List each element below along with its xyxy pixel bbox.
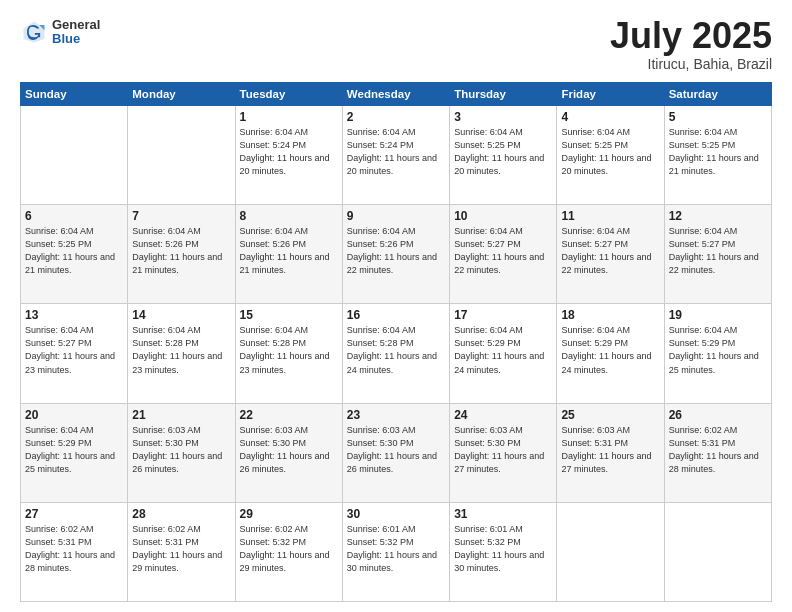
calendar-cell bbox=[664, 502, 771, 601]
day-info: Sunrise: 6:04 AM Sunset: 5:28 PM Dayligh… bbox=[347, 324, 445, 376]
day-number: 7 bbox=[132, 209, 230, 223]
day-info: Sunrise: 6:02 AM Sunset: 5:31 PM Dayligh… bbox=[25, 523, 123, 575]
calendar-cell: 21Sunrise: 6:03 AM Sunset: 5:30 PM Dayli… bbox=[128, 403, 235, 502]
calendar-cell: 11Sunrise: 6:04 AM Sunset: 5:27 PM Dayli… bbox=[557, 205, 664, 304]
header: General Blue July 2025 Itirucu, Bahia, B… bbox=[20, 18, 772, 72]
calendar-cell: 13Sunrise: 6:04 AM Sunset: 5:27 PM Dayli… bbox=[21, 304, 128, 403]
day-number: 30 bbox=[347, 507, 445, 521]
day-number: 2 bbox=[347, 110, 445, 124]
day-number: 25 bbox=[561, 408, 659, 422]
day-info: Sunrise: 6:04 AM Sunset: 5:29 PM Dayligh… bbox=[25, 424, 123, 476]
day-number: 19 bbox=[669, 308, 767, 322]
day-number: 20 bbox=[25, 408, 123, 422]
calendar-cell: 8Sunrise: 6:04 AM Sunset: 5:26 PM Daylig… bbox=[235, 205, 342, 304]
day-number: 13 bbox=[25, 308, 123, 322]
day-info: Sunrise: 6:04 AM Sunset: 5:26 PM Dayligh… bbox=[240, 225, 338, 277]
calendar-cell: 9Sunrise: 6:04 AM Sunset: 5:26 PM Daylig… bbox=[342, 205, 449, 304]
day-info: Sunrise: 6:03 AM Sunset: 5:30 PM Dayligh… bbox=[132, 424, 230, 476]
day-number: 9 bbox=[347, 209, 445, 223]
day-number: 22 bbox=[240, 408, 338, 422]
day-info: Sunrise: 6:03 AM Sunset: 5:30 PM Dayligh… bbox=[347, 424, 445, 476]
day-number: 21 bbox=[132, 408, 230, 422]
col-wednesday: Wednesday bbox=[342, 83, 449, 106]
day-number: 18 bbox=[561, 308, 659, 322]
calendar-cell: 26Sunrise: 6:02 AM Sunset: 5:31 PM Dayli… bbox=[664, 403, 771, 502]
day-number: 17 bbox=[454, 308, 552, 322]
day-number: 4 bbox=[561, 110, 659, 124]
title-block: July 2025 Itirucu, Bahia, Brazil bbox=[610, 18, 772, 72]
day-number: 31 bbox=[454, 507, 552, 521]
day-number: 8 bbox=[240, 209, 338, 223]
logo-icon bbox=[20, 18, 48, 46]
calendar-cell: 28Sunrise: 6:02 AM Sunset: 5:31 PM Dayli… bbox=[128, 502, 235, 601]
day-info: Sunrise: 6:04 AM Sunset: 5:28 PM Dayligh… bbox=[240, 324, 338, 376]
calendar-cell bbox=[128, 106, 235, 205]
calendar-cell: 1Sunrise: 6:04 AM Sunset: 5:24 PM Daylig… bbox=[235, 106, 342, 205]
calendar-cell: 17Sunrise: 6:04 AM Sunset: 5:29 PM Dayli… bbox=[450, 304, 557, 403]
day-info: Sunrise: 6:04 AM Sunset: 5:27 PM Dayligh… bbox=[669, 225, 767, 277]
day-info: Sunrise: 6:04 AM Sunset: 5:29 PM Dayligh… bbox=[669, 324, 767, 376]
day-info: Sunrise: 6:04 AM Sunset: 5:25 PM Dayligh… bbox=[669, 126, 767, 178]
day-number: 16 bbox=[347, 308, 445, 322]
day-info: Sunrise: 6:04 AM Sunset: 5:28 PM Dayligh… bbox=[132, 324, 230, 376]
day-info: Sunrise: 6:03 AM Sunset: 5:31 PM Dayligh… bbox=[561, 424, 659, 476]
calendar-cell: 15Sunrise: 6:04 AM Sunset: 5:28 PM Dayli… bbox=[235, 304, 342, 403]
day-number: 23 bbox=[347, 408, 445, 422]
calendar-cell: 29Sunrise: 6:02 AM Sunset: 5:32 PM Dayli… bbox=[235, 502, 342, 601]
calendar-cell: 3Sunrise: 6:04 AM Sunset: 5:25 PM Daylig… bbox=[450, 106, 557, 205]
day-number: 26 bbox=[669, 408, 767, 422]
col-tuesday: Tuesday bbox=[235, 83, 342, 106]
calendar-cell: 19Sunrise: 6:04 AM Sunset: 5:29 PM Dayli… bbox=[664, 304, 771, 403]
day-number: 24 bbox=[454, 408, 552, 422]
logo-text: General Blue bbox=[52, 18, 100, 47]
calendar-cell: 20Sunrise: 6:04 AM Sunset: 5:29 PM Dayli… bbox=[21, 403, 128, 502]
title-month: July 2025 bbox=[610, 18, 772, 54]
col-sunday: Sunday bbox=[21, 83, 128, 106]
day-info: Sunrise: 6:02 AM Sunset: 5:31 PM Dayligh… bbox=[669, 424, 767, 476]
calendar-cell: 2Sunrise: 6:04 AM Sunset: 5:24 PM Daylig… bbox=[342, 106, 449, 205]
day-number: 1 bbox=[240, 110, 338, 124]
calendar-week-row: 13Sunrise: 6:04 AM Sunset: 5:27 PM Dayli… bbox=[21, 304, 772, 403]
calendar-cell: 27Sunrise: 6:02 AM Sunset: 5:31 PM Dayli… bbox=[21, 502, 128, 601]
day-info: Sunrise: 6:04 AM Sunset: 5:25 PM Dayligh… bbox=[25, 225, 123, 277]
col-monday: Monday bbox=[128, 83, 235, 106]
day-info: Sunrise: 6:04 AM Sunset: 5:25 PM Dayligh… bbox=[561, 126, 659, 178]
calendar-cell: 31Sunrise: 6:01 AM Sunset: 5:32 PM Dayli… bbox=[450, 502, 557, 601]
col-saturday: Saturday bbox=[664, 83, 771, 106]
calendar-cell: 12Sunrise: 6:04 AM Sunset: 5:27 PM Dayli… bbox=[664, 205, 771, 304]
day-info: Sunrise: 6:02 AM Sunset: 5:31 PM Dayligh… bbox=[132, 523, 230, 575]
calendar-cell: 14Sunrise: 6:04 AM Sunset: 5:28 PM Dayli… bbox=[128, 304, 235, 403]
calendar-cell: 25Sunrise: 6:03 AM Sunset: 5:31 PM Dayli… bbox=[557, 403, 664, 502]
day-info: Sunrise: 6:04 AM Sunset: 5:29 PM Dayligh… bbox=[561, 324, 659, 376]
calendar-cell: 18Sunrise: 6:04 AM Sunset: 5:29 PM Dayli… bbox=[557, 304, 664, 403]
day-info: Sunrise: 6:04 AM Sunset: 5:27 PM Dayligh… bbox=[25, 324, 123, 376]
calendar-cell: 6Sunrise: 6:04 AM Sunset: 5:25 PM Daylig… bbox=[21, 205, 128, 304]
day-number: 12 bbox=[669, 209, 767, 223]
logo: General Blue bbox=[20, 18, 100, 47]
day-info: Sunrise: 6:04 AM Sunset: 5:26 PM Dayligh… bbox=[132, 225, 230, 277]
calendar-cell: 30Sunrise: 6:01 AM Sunset: 5:32 PM Dayli… bbox=[342, 502, 449, 601]
col-thursday: Thursday bbox=[450, 83, 557, 106]
calendar-cell bbox=[21, 106, 128, 205]
day-info: Sunrise: 6:04 AM Sunset: 5:29 PM Dayligh… bbox=[454, 324, 552, 376]
page: General Blue July 2025 Itirucu, Bahia, B… bbox=[0, 0, 792, 612]
calendar-week-row: 27Sunrise: 6:02 AM Sunset: 5:31 PM Dayli… bbox=[21, 502, 772, 601]
calendar-cell bbox=[557, 502, 664, 601]
day-info: Sunrise: 6:03 AM Sunset: 5:30 PM Dayligh… bbox=[240, 424, 338, 476]
day-number: 28 bbox=[132, 507, 230, 521]
day-number: 6 bbox=[25, 209, 123, 223]
calendar-week-row: 20Sunrise: 6:04 AM Sunset: 5:29 PM Dayli… bbox=[21, 403, 772, 502]
day-number: 27 bbox=[25, 507, 123, 521]
calendar-cell: 10Sunrise: 6:04 AM Sunset: 5:27 PM Dayli… bbox=[450, 205, 557, 304]
calendar-cell: 5Sunrise: 6:04 AM Sunset: 5:25 PM Daylig… bbox=[664, 106, 771, 205]
day-info: Sunrise: 6:02 AM Sunset: 5:32 PM Dayligh… bbox=[240, 523, 338, 575]
day-number: 3 bbox=[454, 110, 552, 124]
day-number: 10 bbox=[454, 209, 552, 223]
calendar-table: Sunday Monday Tuesday Wednesday Thursday… bbox=[20, 82, 772, 602]
day-info: Sunrise: 6:04 AM Sunset: 5:26 PM Dayligh… bbox=[347, 225, 445, 277]
calendar-cell: 22Sunrise: 6:03 AM Sunset: 5:30 PM Dayli… bbox=[235, 403, 342, 502]
calendar-cell: 7Sunrise: 6:04 AM Sunset: 5:26 PM Daylig… bbox=[128, 205, 235, 304]
calendar-header-row: Sunday Monday Tuesday Wednesday Thursday… bbox=[21, 83, 772, 106]
day-info: Sunrise: 6:01 AM Sunset: 5:32 PM Dayligh… bbox=[454, 523, 552, 575]
calendar-week-row: 6Sunrise: 6:04 AM Sunset: 5:25 PM Daylig… bbox=[21, 205, 772, 304]
